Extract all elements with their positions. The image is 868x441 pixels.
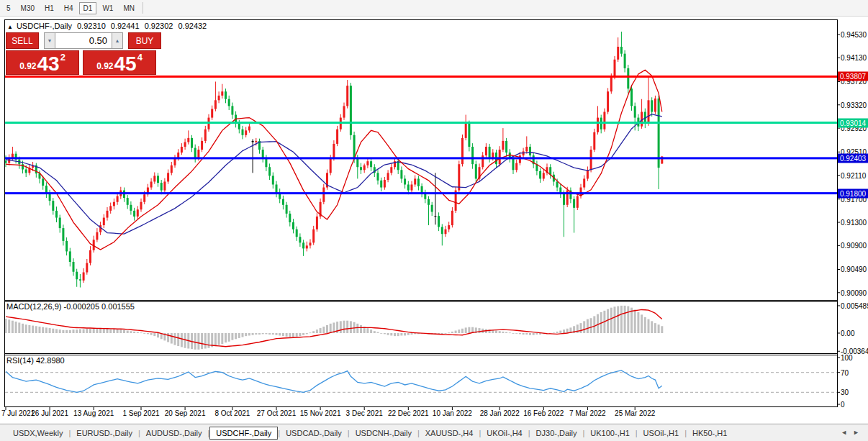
candle-body <box>593 132 595 150</box>
macd-histogram-bar <box>137 332 139 333</box>
candle-body <box>468 124 470 147</box>
candle-body <box>654 99 656 112</box>
macd-histogram-bar <box>644 317 646 333</box>
candle-body <box>113 202 115 206</box>
macd-histogram-bar <box>272 333 274 335</box>
candle-body <box>265 158 267 167</box>
candle-body <box>370 161 372 167</box>
sell-price-display[interactable]: 0.92 43 2 <box>6 50 79 75</box>
macd-histogram-bar <box>204 333 207 348</box>
support-line[interactable] <box>5 192 837 194</box>
bid-price-line[interactable] <box>5 157 837 159</box>
macd-histogram-bar <box>350 321 352 333</box>
tab-scroll-left-icon[interactable]: ◄ <box>841 429 853 436</box>
candle-body <box>624 54 626 68</box>
timeframe-button-h1[interactable]: H1 <box>40 2 58 14</box>
chart-tab-usdcad-daily[interactable]: USDCAD-,Daily <box>280 427 348 439</box>
macd-histogram-bar <box>346 321 348 333</box>
timeframe-button-5[interactable]: 5 <box>2 2 15 14</box>
candle-body <box>610 77 612 91</box>
candle-body <box>42 178 44 186</box>
timeframe-button-m30[interactable]: M30 <box>17 2 39 14</box>
macd-histogram-bar <box>340 321 342 333</box>
buy-price-display[interactable]: 0.92 45 4 <box>83 50 156 75</box>
chart-tab-uk100-h1[interactable]: UK100-,H1 <box>584 427 635 439</box>
chart-tab-hk50-h1[interactable]: HK50-,H1 <box>687 427 733 439</box>
macd-histogram-bar <box>533 333 535 335</box>
candle-body <box>137 209 139 217</box>
macd-histogram-bar <box>309 332 312 333</box>
macd-histogram-bar <box>374 331 376 333</box>
macd-histogram-bar <box>356 324 358 333</box>
timeframe-button-w1[interactable]: W1 <box>98 2 117 14</box>
candle-body <box>366 161 369 165</box>
candle-body <box>211 109 213 117</box>
candle-body <box>65 241 68 252</box>
macd-histogram-bar <box>62 330 64 333</box>
candle-body <box>49 194 51 201</box>
chart-tab-ukoil-h4[interactable]: UKOil-,H4 <box>481 427 528 439</box>
rsi-name: RSI(14) <box>6 356 34 365</box>
date-axis-label: 10 Jan 2022 <box>433 409 472 417</box>
macd-histogram-bar <box>107 329 109 333</box>
date-axis-label: 1 Sep 2021 <box>122 409 159 417</box>
candle-body <box>299 237 301 242</box>
macd-signal-value: 0.001555 <box>101 302 135 311</box>
macd-histogram-bar <box>614 306 616 333</box>
volume-decrease-button[interactable]: ▼ <box>44 32 55 49</box>
chart-tab-xauusd-h4[interactable]: XAUUSD-,H4 <box>420 427 479 439</box>
timeframe-button-mn[interactable]: MN <box>119 2 139 14</box>
macd-histogram-bar <box>221 333 223 344</box>
candle-body <box>322 188 325 202</box>
macd-axis-label: 0.00 <box>841 329 854 337</box>
chart-tab-audusd-daily[interactable]: AUDUSD-,Daily <box>140 427 208 439</box>
candle-body <box>309 242 312 245</box>
macd-histogram-bar <box>455 331 457 333</box>
macd-histogram-bar <box>620 306 623 333</box>
candle-body <box>448 225 450 229</box>
sell-button[interactable]: SELL <box>6 32 39 49</box>
candle-body <box>597 118 599 132</box>
green-level-line[interactable] <box>5 122 837 124</box>
chart-tab-usdx-weekly[interactable]: USDX,Weekly <box>7 427 68 439</box>
volume-increase-button[interactable]: ▲ <box>112 32 123 49</box>
candle-body <box>333 144 335 158</box>
candle-body <box>252 141 254 142</box>
macd-histogram-bar <box>320 328 322 333</box>
candle-body <box>62 228 64 241</box>
chart-tab-usoil-h1[interactable]: USOil-,H1 <box>638 427 685 439</box>
timeframe-button-d1[interactable]: D1 <box>79 2 97 14</box>
candle-body <box>336 129 338 144</box>
timeframe-button-h4[interactable]: H4 <box>60 2 78 14</box>
chart-tab-eurusd-daily[interactable]: EURUSD-,Daily <box>71 427 138 439</box>
macd-histogram-bar <box>515 333 517 334</box>
candle-body <box>228 99 230 106</box>
candle-body <box>218 96 220 100</box>
candle-body <box>117 196 119 202</box>
chart-tab-usdcnh-daily[interactable]: USDCNH-,Daily <box>350 427 417 439</box>
candle-body <box>107 211 109 218</box>
chart-tab-usdchf-daily[interactable]: USDCHF-,Daily <box>209 427 278 440</box>
macd-histogram-bar <box>451 332 453 333</box>
macd-histogram-bar <box>282 333 284 336</box>
macd-main-value: -0.000205 <box>63 302 99 311</box>
candle-body <box>245 130 247 135</box>
macd-histogram-bar <box>255 333 257 335</box>
macd-histogram-bar <box>465 327 467 333</box>
chart-tab-dj30-daily[interactable]: DJ30-,Daily <box>530 427 583 439</box>
macd-histogram-bar <box>566 329 569 333</box>
resistance-line[interactable] <box>5 76 837 78</box>
candle-body <box>525 147 528 151</box>
macd-histogram-bar <box>181 333 183 347</box>
tab-scroll-right-icon[interactable]: ► <box>853 429 865 436</box>
buy-button[interactable]: BUY <box>128 32 161 49</box>
candle-body <box>377 173 379 181</box>
rsi-axis-label: 0 <box>841 401 845 409</box>
volume-input[interactable] <box>55 32 112 49</box>
date-axis-label: 28 Jan 2022 <box>480 409 520 417</box>
macd-histogram-bar <box>171 333 173 344</box>
macd-histogram-bar <box>157 333 159 337</box>
candle-body <box>52 201 54 211</box>
candle-body <box>577 196 579 208</box>
macd-histogram-bar <box>167 333 169 342</box>
